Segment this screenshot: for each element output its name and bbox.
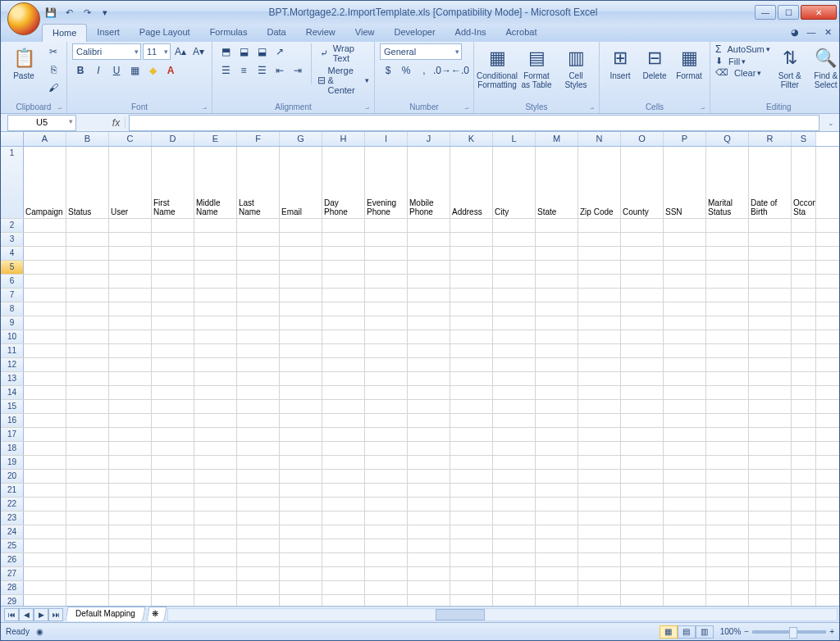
cell[interactable] <box>450 456 493 469</box>
cell[interactable] <box>365 261 408 274</box>
row-header[interactable]: 20 <box>1 470 24 483</box>
header-cell[interactable]: Email <box>280 147 322 218</box>
cell[interactable] <box>24 275 66 288</box>
close-button[interactable]: ✕ <box>801 5 837 20</box>
cell[interactable] <box>749 498 792 511</box>
cell[interactable] <box>664 484 706 497</box>
tab-view[interactable]: View <box>345 24 385 42</box>
cell[interactable] <box>536 400 578 413</box>
maximize-button[interactable]: ☐ <box>778 5 799 20</box>
row-header[interactable]: 7 <box>1 289 24 302</box>
cell[interactable] <box>536 553 578 566</box>
cell[interactable] <box>536 316 578 330</box>
cell[interactable] <box>237 539 280 552</box>
cell[interactable] <box>109 539 152 552</box>
cell[interactable] <box>24 289 66 302</box>
cell[interactable] <box>280 247 322 260</box>
cell[interactable] <box>493 456 536 469</box>
row-header[interactable]: 15 <box>1 400 24 413</box>
conditional-formatting-button[interactable]: ▦Conditional Formatting <box>479 43 515 89</box>
cell[interactable] <box>237 553 280 566</box>
cell[interactable] <box>280 400 322 413</box>
cell[interactable] <box>109 219 152 232</box>
cell[interactable] <box>322 289 365 302</box>
cell[interactable] <box>152 372 194 385</box>
cell[interactable] <box>664 386 706 399</box>
cell[interactable] <box>152 330 194 343</box>
column-header[interactable]: O <box>621 132 664 146</box>
cell[interactable] <box>408 316 450 330</box>
cell[interactable] <box>152 553 194 566</box>
cell[interactable] <box>578 581 621 594</box>
grow-font-icon[interactable]: A▴ <box>172 43 189 60</box>
tab-page-layout[interactable]: Page Layout <box>130 24 200 42</box>
cell[interactable] <box>450 525 493 539</box>
cell[interactable] <box>24 456 66 469</box>
cell[interactable] <box>536 219 578 232</box>
tab-insert[interactable]: Insert <box>87 24 130 42</box>
cell[interactable] <box>152 511 194 525</box>
cell[interactable] <box>450 386 493 399</box>
cell[interactable] <box>194 372 237 385</box>
cell[interactable] <box>664 219 706 232</box>
cell[interactable] <box>450 428 493 441</box>
cell[interactable] <box>664 470 706 483</box>
cell[interactable] <box>621 456 664 469</box>
name-box[interactable]: U5 <box>7 115 76 131</box>
cell[interactable] <box>578 553 621 566</box>
cell[interactable] <box>66 386 109 399</box>
cell[interactable] <box>194 525 237 539</box>
cell[interactable] <box>749 428 792 441</box>
header-cell[interactable]: Campaign <box>24 147 66 218</box>
cell[interactable] <box>152 233 194 246</box>
cell[interactable] <box>365 330 408 343</box>
cell[interactable] <box>280 553 322 566</box>
cell[interactable] <box>109 386 152 399</box>
cell[interactable] <box>578 595 621 606</box>
cell[interactable] <box>536 358 578 371</box>
row-header[interactable]: 24 <box>1 525 24 539</box>
cell[interactable] <box>322 539 365 552</box>
cell[interactable] <box>792 233 816 246</box>
cell[interactable] <box>194 456 237 469</box>
cell[interactable] <box>365 553 408 566</box>
cell[interactable] <box>792 275 816 288</box>
column-header[interactable]: M <box>536 132 578 146</box>
sheet-nav-first-icon[interactable]: ⏮ <box>4 608 19 621</box>
cell[interactable] <box>194 470 237 483</box>
cell[interactable] <box>194 344 237 357</box>
cell[interactable] <box>237 275 280 288</box>
cell[interactable] <box>792 539 816 552</box>
cell[interactable] <box>792 456 816 469</box>
cell[interactable] <box>706 414 749 427</box>
cell[interactable] <box>621 498 664 511</box>
cell[interactable] <box>450 316 493 330</box>
cell[interactable] <box>66 511 109 525</box>
cell[interactable] <box>749 414 792 427</box>
cell[interactable] <box>322 330 365 343</box>
cell[interactable] <box>280 567 322 580</box>
cell[interactable] <box>237 581 280 594</box>
font-size-combo[interactable]: 11 <box>143 43 171 60</box>
cell[interactable] <box>408 344 450 357</box>
cell[interactable] <box>237 456 280 469</box>
macro-record-icon[interactable]: ◉ <box>36 627 43 636</box>
cell[interactable] <box>621 539 664 552</box>
cell[interactable] <box>706 316 749 330</box>
cell[interactable] <box>322 442 365 455</box>
cell[interactable] <box>408 289 450 302</box>
column-header[interactable]: C <box>109 132 152 146</box>
indent-decrease-icon[interactable]: ⇤ <box>272 62 288 79</box>
cell[interactable] <box>792 302 816 316</box>
cell[interactable] <box>450 372 493 385</box>
align-middle-icon[interactable]: ⬓ <box>235 43 252 60</box>
cell[interactable] <box>792 470 816 483</box>
header-cell[interactable]: Zip Code <box>578 147 621 218</box>
cell[interactable] <box>365 289 408 302</box>
help-icon[interactable]: ◕ <box>788 25 801 39</box>
cell[interactable] <box>664 581 706 594</box>
cell[interactable] <box>24 358 66 371</box>
cell[interactable] <box>237 344 280 357</box>
cell[interactable] <box>493 358 536 371</box>
cell[interactable] <box>578 567 621 580</box>
